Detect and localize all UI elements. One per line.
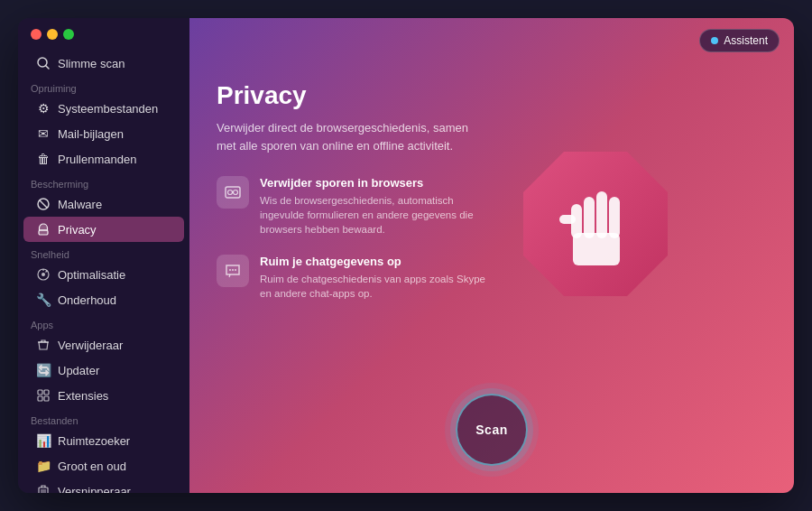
section-label-bestanden: Bestanden xyxy=(18,408,189,428)
svg-rect-10 xyxy=(38,390,42,395)
large-old-label: Groot en oud xyxy=(58,460,126,473)
privacy-icon xyxy=(36,222,51,237)
section-label-snelheid: Snelheid xyxy=(18,242,189,262)
extensions-icon xyxy=(36,388,51,403)
system-files-label: Systeembestanden xyxy=(58,102,158,116)
sidebar-item-trash[interactable]: 🗑 Prullenmanden xyxy=(23,146,184,172)
sidebar-section-apps: Apps Verwijderaar 🔄 Updater xyxy=(18,312,189,408)
feature-chat-data: Ruim je chatgegevens op Ruim de chatgesc… xyxy=(217,255,487,301)
privacy-label: Privacy xyxy=(58,223,97,237)
scan-button-container: Scan xyxy=(189,385,794,493)
updater-label: Updater xyxy=(58,364,99,377)
sidebar-item-updater[interactable]: 🔄 Updater xyxy=(23,358,184,383)
section-label-apps: Apps xyxy=(18,312,189,332)
sidebar-section-bescherming: Bescherming Malware Privacy xyxy=(18,172,189,242)
scan-button[interactable]: Scan xyxy=(456,394,528,466)
content-area: Privacy Verwijder direct de browsergesch… xyxy=(189,63,794,385)
chat-data-text: Ruim je chatgegevens op Ruim de chatgesc… xyxy=(260,255,487,301)
text-section: Privacy Verwijder direct de browsergesch… xyxy=(217,81,487,367)
svg-rect-11 xyxy=(44,390,49,395)
maximize-button[interactable] xyxy=(63,29,74,40)
icon-section xyxy=(505,81,686,367)
main-window: Slimme scan Opruiming ⚙ Systeembestanden… xyxy=(18,18,794,493)
privacy-stop-sign xyxy=(514,143,677,305)
sidebar: Slimme scan Opruiming ⚙ Systeembestanden… xyxy=(18,18,189,493)
mail-icon: ✉ xyxy=(36,126,51,141)
close-button[interactable] xyxy=(31,29,42,40)
svg-rect-27 xyxy=(559,215,576,224)
optimization-icon xyxy=(36,267,51,282)
shredder-label: Versnipperaar xyxy=(58,485,131,494)
assistant-button[interactable]: Assistent xyxy=(699,29,780,52)
sidebar-item-shredder[interactable]: Versnipperaar xyxy=(23,478,184,493)
sidebar-item-uninstaller[interactable]: Verwijderaar xyxy=(23,332,184,358)
system-files-icon: ⚙ xyxy=(36,101,51,116)
svg-point-18 xyxy=(229,269,231,271)
space-finder-label: Ruimtezoeker xyxy=(58,434,130,448)
browser-traces-title: Verwijder sporen in browsers xyxy=(260,176,487,190)
mail-label: Mail-bijlagen xyxy=(58,127,124,141)
sidebar-section-opruiming: Opruiming ⚙ Systeembestanden ✉ Mail-bijl… xyxy=(18,76,189,172)
sidebar-item-smart-scan[interactable]: Slimme scan xyxy=(23,51,184,76)
browser-traces-description: Wis de browsergeschiedenis, automatisch … xyxy=(260,193,487,237)
maintenance-icon: 🔧 xyxy=(36,293,51,307)
sidebar-item-mail-attachments[interactable]: ✉ Mail-bijlagen xyxy=(23,121,184,146)
uninstaller-icon xyxy=(36,338,51,352)
chat-data-title: Ruim je chatgegevens op xyxy=(260,255,487,268)
page-title: Privacy xyxy=(217,81,487,110)
large-old-icon: 📁 xyxy=(36,459,51,473)
sidebar-section-bestanden: Bestanden 📊 Ruimtezoeker 📁 Groot en oud … xyxy=(18,408,189,493)
assistant-dot xyxy=(711,37,718,44)
shredder-icon xyxy=(36,484,51,493)
svg-line-1 xyxy=(46,66,49,69)
svg-rect-23 xyxy=(609,197,620,238)
sidebar-item-system-files[interactable]: ⚙ Systeembestanden xyxy=(23,96,184,121)
svg-marker-21 xyxy=(523,152,668,296)
minimize-button[interactable] xyxy=(47,29,58,40)
svg-rect-4 xyxy=(39,230,48,235)
malware-label: Malware xyxy=(58,198,102,211)
trash-label: Prullenmanden xyxy=(58,153,136,166)
malware-icon xyxy=(36,197,51,211)
space-finder-icon: 📊 xyxy=(36,433,51,448)
section-label-opruiming: Opruiming xyxy=(18,76,189,96)
sidebar-item-large-old[interactable]: 📁 Groot en oud xyxy=(23,453,184,478)
sidebar-item-extensions[interactable]: Extensies xyxy=(23,383,184,408)
main-content: Assistent Privacy Verwijder direct de br… xyxy=(189,18,794,493)
svg-point-17 xyxy=(234,190,238,195)
chat-data-description: Ruim de chatgeschiedenis van apps zoals … xyxy=(260,272,487,301)
svg-rect-13 xyxy=(44,396,49,401)
chat-data-icon xyxy=(217,255,249,287)
svg-point-6 xyxy=(42,273,45,276)
updater-icon: 🔄 xyxy=(36,363,51,377)
browser-traces-text: Verwijder sporen in browsers Wis de brow… xyxy=(260,176,487,237)
smart-scan-label: Slimme scan xyxy=(58,57,125,70)
sidebar-section-snelheid: Snelheid Optimalisatie 🔧 Onderhoud xyxy=(18,242,189,312)
svg-rect-25 xyxy=(584,197,595,238)
window-controls xyxy=(18,29,189,51)
section-label-bescherming: Bescherming xyxy=(18,172,189,191)
svg-rect-24 xyxy=(596,191,607,238)
svg-rect-12 xyxy=(38,396,42,401)
page-subtitle: Verwijder direct de browsergeschiedenis,… xyxy=(217,119,487,154)
svg-point-19 xyxy=(232,269,234,271)
optimization-label: Optimalisatie xyxy=(58,268,125,282)
smart-scan-icon xyxy=(36,56,51,70)
sidebar-item-space-finder[interactable]: 📊 Ruimtezoeker xyxy=(23,428,184,453)
extensions-label: Extensies xyxy=(58,389,108,403)
svg-point-16 xyxy=(228,190,233,195)
sidebar-item-optimization[interactable]: Optimalisatie xyxy=(23,262,184,287)
sidebar-item-malware[interactable]: Malware xyxy=(23,191,184,217)
sidebar-item-maintenance[interactable]: 🔧 Onderhoud xyxy=(23,287,184,312)
svg-line-8 xyxy=(46,271,48,273)
trash-icon: 🗑 xyxy=(36,152,51,166)
feature-browser-traces: Verwijder sporen in browsers Wis de brow… xyxy=(217,176,487,237)
svg-line-3 xyxy=(40,200,47,208)
sidebar-item-privacy[interactable]: Privacy xyxy=(23,217,184,242)
maintenance-label: Onderhoud xyxy=(58,293,116,307)
svg-point-20 xyxy=(235,269,236,271)
uninstaller-label: Verwijderaar xyxy=(58,339,123,352)
top-bar: Assistent xyxy=(189,18,794,63)
browser-traces-icon xyxy=(217,176,249,209)
assistant-label: Assistent xyxy=(724,34,768,47)
